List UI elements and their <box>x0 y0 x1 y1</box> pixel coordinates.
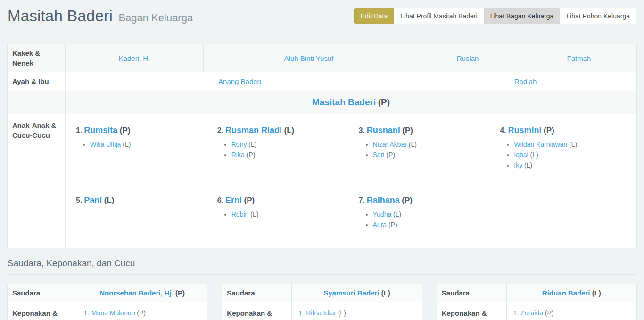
grandmother-paternal-link[interactable]: Aluh Binti Yusuf <box>284 54 334 62</box>
grandchild-link[interactable]: Iky <box>514 161 522 169</box>
child-number: 7. <box>359 196 365 204</box>
grandchild-link[interactable]: Yudha <box>373 211 392 218</box>
child-gender: (P) <box>402 126 413 135</box>
child-link[interactable]: Rusmini <box>508 126 542 135</box>
grandchild-link[interactable]: Rika <box>231 151 245 159</box>
grandchild-gender: (L) <box>524 161 532 169</box>
child-link[interactable]: Rusnani <box>367 126 400 135</box>
nephew-link[interactable]: Zuraida <box>521 309 543 317</box>
child-item: 7.Raihana (P) Yudha (L) Aura (P) <box>351 188 493 244</box>
grandchild-link[interactable]: Wildan Kurniawan <box>514 141 567 148</box>
child-link[interactable]: Rusman Riadi <box>225 126 282 135</box>
grandchild-link[interactable]: Aura <box>373 221 387 228</box>
child-gender: (L) <box>284 126 295 135</box>
grandchild-item: Iqbal (L) <box>514 151 626 159</box>
nephew-number: 1. <box>84 310 89 317</box>
nephews-row: Keponakan & Cucu-Cucu 1.Zuraida (P) Andi… <box>437 302 636 320</box>
self-link[interactable]: Masitah Baderi <box>312 97 376 107</box>
grandchild-item: Wildan Kurniawan (L) <box>514 140 626 149</box>
grandchild-gender: (P) <box>388 221 397 228</box>
grandchild-gender: (L) <box>569 141 577 148</box>
child-item: 1.Rumsita (P) Wilia Ulfija (L) <box>68 118 210 188</box>
sibling-card: Saudara Noorsehan Baderi, Hj. (P) Kepona… <box>7 284 207 320</box>
nephew-link[interactable]: Muna Makmun <box>91 309 135 317</box>
grandparents-row-label: Kakek & Nenek <box>8 44 66 72</box>
grandchild-gender: (L) <box>248 141 256 148</box>
page-title: Masitah Baderi <box>8 7 113 25</box>
page-subtitle: Bagan Keluarga <box>118 12 193 24</box>
grandmother-maternal-link[interactable]: Fatmah <box>567 54 591 62</box>
sibling-cell: Riduan Baderi (L) <box>507 284 636 302</box>
view-profile-button[interactable]: Lihat Profil Masitah Baderi <box>394 8 484 24</box>
nephews-cell: 1.Muna Makmun (P) Nafies Luthfi (L) <box>77 302 207 320</box>
children-cell: 1.Rumsita (P) Wilia Ulfija (L) 2.Rusman … <box>66 114 637 248</box>
self-gender: (P) <box>378 97 390 107</box>
children-grid: 1.Rumsita (P) Wilia Ulfija (L) 2.Rusman … <box>68 118 634 244</box>
nephew-gender: (P) <box>545 309 554 317</box>
sibling-header-row: Saudara Riduan Baderi (L) <box>437 284 636 302</box>
sibling-row-label: Saudara <box>437 284 507 302</box>
child-item: 6.Erni (P) Robin (L) <box>210 188 351 244</box>
child-number: 4. <box>500 126 506 135</box>
nephews-cell: 1.Rifna Idiar (L) Sari Mardiah (P) <box>292 302 421 320</box>
nephews-cell: 1.Zuraida (P) Andika Nugraha Rahman (L) <box>507 302 636 320</box>
grandparents-row: Kakek & Nenek Kaderi, H. Aluh Binti Yusu… <box>8 44 637 72</box>
grandchild-item: Rika (P) <box>231 151 344 159</box>
sibling-cards-row: Saudara Noorsehan Baderi, Hj. (P) Kepona… <box>7 284 637 320</box>
child-gender: (P) <box>120 126 131 135</box>
grandchild-item: Robin (L) <box>231 210 344 219</box>
children-row-label: Anak-Anak & Cucu-Cucu <box>8 114 66 248</box>
sibling-link[interactable]: Noorsehan Baderi, Hj. <box>99 289 173 297</box>
grandfather-maternal-link[interactable]: Ruslan <box>457 54 479 62</box>
grandchild-gender: (L) <box>530 151 538 159</box>
parents-row: Ayah & Ibu Anang Baderi Radiah <box>8 72 637 91</box>
edit-data-button[interactable]: Edit Data <box>354 8 395 24</box>
child-gender: (P) <box>544 126 554 135</box>
grandchild-link[interactable]: Nizar Akbar <box>373 141 407 148</box>
grandchild-link[interactable]: Iqbal <box>514 151 528 159</box>
child-link[interactable]: Raihana <box>367 195 400 205</box>
family-chart-table: Kakek & Nenek Kaderi, H. Aluh Binti Yusu… <box>7 44 637 248</box>
nephews-row: Keponakan & Cucu-Cucu 1.Rifna Idiar (L) … <box>222 302 421 320</box>
child-link[interactable]: Erni <box>225 195 242 205</box>
grandchild-link[interactable]: Sari <box>373 151 385 159</box>
children-row: Anak-Anak & Cucu-Cucu 1.Rumsita (P) Wili… <box>8 114 637 248</box>
nephew-gender: (P) <box>137 309 146 317</box>
grandparent-cell: Ruslan <box>414 44 521 72</box>
grandchild-item: Yudha (L) <box>373 210 485 219</box>
grandchild-link[interactable]: Rony <box>231 141 247 148</box>
nephew-item: 1.Zuraida (P) Andika Nugraha Rahman (L) <box>513 309 632 320</box>
nephews-row-label: Keponakan & Cucu-Cucu <box>437 302 507 320</box>
self-cell: Masitah Baderi (P) <box>66 91 637 114</box>
child-number: 1. <box>76 126 82 135</box>
grandchild-item: Iky (L) <box>514 161 626 169</box>
self-row-label <box>8 91 66 114</box>
sibling-gender: (L) <box>592 289 601 297</box>
grandchild-gender: (L) <box>123 141 131 148</box>
child-link[interactable]: Pani <box>84 195 102 205</box>
child-link[interactable]: Rumsita <box>84 126 117 135</box>
sibling-link[interactable]: Riduan Baderi <box>542 289 590 297</box>
child-item: 2.Rusman Riadi (L) Rony (L) Rika (P) <box>210 118 351 188</box>
grandparent-cell: Aluh Binti Yusuf <box>204 44 414 72</box>
siblings-section-heading: Saudara, Keponakan, dan Cucu <box>8 258 636 275</box>
father-cell: Anang Baderi <box>66 72 414 91</box>
grandchild-item: Nizar Akbar (L) <box>373 140 485 149</box>
child-item: 5.Pani (L) <box>68 188 210 244</box>
view-family-chart-button[interactable]: Lihat Bagan Keluarga <box>484 8 561 24</box>
mother-link[interactable]: Radiah <box>514 77 537 85</box>
sibling-cell: Noorsehan Baderi, Hj. (P) <box>77 284 207 302</box>
nephew-gender: (L) <box>338 309 346 317</box>
sibling-link[interactable]: Syamsuri Baderi <box>323 289 379 297</box>
view-family-tree-button[interactable]: Lihat Pohon Keluarga <box>560 8 636 24</box>
grandchild-link[interactable]: Robin <box>231 211 249 218</box>
child-gender: (P) <box>402 196 413 205</box>
sibling-cell: Syamsuri Baderi (L) <box>292 284 421 302</box>
grandfather-paternal-link[interactable]: Kaderi, H. <box>119 54 150 62</box>
sibling-header-row: Saudara Noorsehan Baderi, Hj. (P) <box>8 284 207 302</box>
sibling-header-row: Saudara Syamsuri Baderi (L) <box>222 284 421 302</box>
nephew-link[interactable]: Rifna Idiar <box>306 309 336 317</box>
grandchild-link[interactable]: Wilia Ulfija <box>90 141 121 148</box>
father-link[interactable]: Anang Baderi <box>218 77 261 85</box>
view-button-group: Edit Data Lihat Profil Masitah Baderi Li… <box>354 8 636 24</box>
